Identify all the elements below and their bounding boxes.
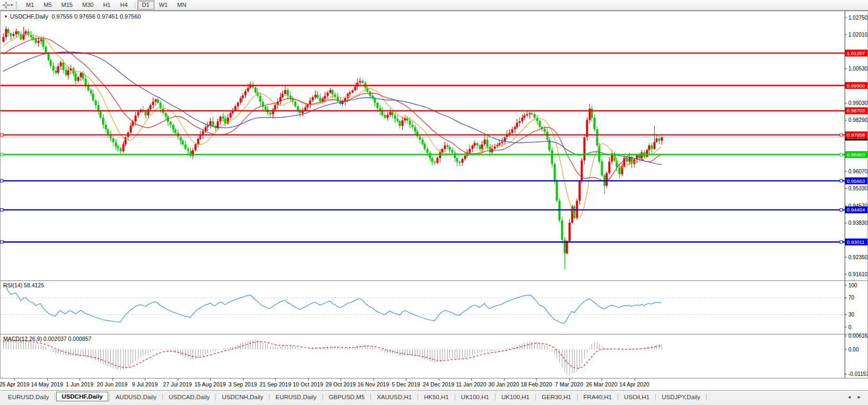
toolbar-separator [135, 2, 135, 8]
timeframe-button-M1[interactable]: M1 [21, 1, 39, 10]
timeframe-button-M5[interactable]: M5 [39, 1, 56, 10]
mt4-chart-window: 1.027501.020101.005300.990300.982900.960… [0, 0, 868, 405]
time-axis-label: 16 Nov 2019 [358, 381, 389, 388]
svg-text:70: 70 [848, 295, 855, 301]
chart-tab-audusd-daily[interactable]: AUDUSD,Daily [111, 392, 161, 402]
chart-title-symbol: USDCHF,Daily [10, 13, 48, 20]
chart-tab-usdjpy-daily[interactable]: USDJPY,Daily [657, 392, 705, 402]
svg-text:0.93830: 0.93830 [848, 220, 868, 226]
svg-text:-0.011531: -0.011531 [848, 371, 868, 377]
chart-title: ▼USDCHF,Daily 0.97555 0.97656 0.97451 0.… [4, 13, 141, 20]
chart-tab-eurusd-daily[interactable]: EURUSD,Daily [271, 392, 321, 402]
time-axis-tick [243, 378, 244, 381]
tool-dropdown-icon[interactable]: ▾ [11, 3, 13, 7]
chart-tab-hk50-h1[interactable]: HK50,H1 [419, 392, 454, 402]
tabs-scroll-right-icon[interactable]: ► [857, 394, 862, 400]
timeframe-button-M15[interactable]: M15 [57, 1, 77, 10]
tab-separator [109, 394, 110, 401]
tabs-scroll-left-icon[interactable]: ◄ [847, 394, 852, 400]
chart-tab-xauusd-h1[interactable]: XAUUSD,H1 [372, 392, 416, 402]
time-axis-tick [602, 378, 602, 381]
crosshair-tool-icon[interactable] [2, 2, 10, 9]
time-axis-label: 1 Jun 2019 [66, 381, 93, 388]
chart-tab-ger30-h1[interactable]: GER30,H1 [537, 392, 576, 402]
svg-text:0.99030: 0.99030 [848, 100, 868, 106]
svg-text:100: 100 [848, 283, 857, 288]
rsi-label: RSI(14) 58.4125 [3, 282, 44, 288]
chart-tab-eurusd-daily[interactable]: EURUSD,Daily [3, 392, 54, 402]
tab-separator [455, 394, 455, 401]
time-axis-tick [374, 378, 374, 381]
time-axis-tick [635, 378, 635, 381]
time-axis[interactable]: 25 Apr 201914 May 20191 Jun 201920 Jun 2… [0, 378, 868, 390]
svg-text:0.94404: 0.94404 [847, 207, 865, 213]
svg-text:0.95663: 0.95663 [847, 178, 865, 184]
time-axis-tick [14, 378, 15, 381]
chart-tab-usdcnh-daily[interactable]: USDCNH,Daily [217, 392, 268, 402]
time-axis-tick [145, 378, 145, 381]
tabs-scroll-arrows: ◄ ► [847, 394, 868, 400]
time-axis-label: 21 Sep 2019 [259, 381, 291, 388]
tab-separator [577, 394, 578, 401]
time-axis-tick [439, 378, 439, 381]
svg-text:0.95330: 0.95330 [848, 186, 868, 191]
time-axis-label: 3 Sep 2019 [229, 381, 257, 388]
tab-separator [323, 394, 323, 401]
time-axis-tick [275, 378, 276, 381]
chart-tab-usdcad-daily[interactable]: USDCAD,Daily [164, 392, 214, 402]
svg-text:0.96070: 0.96070 [848, 169, 868, 174]
time-axis-tick [569, 378, 570, 381]
symbol-dropdown-icon[interactable]: ▼ [4, 14, 8, 19]
tab-separator [418, 394, 418, 401]
time-axis-label: 27 Jul 2019 [163, 381, 192, 388]
svg-text:0.98703: 0.98703 [847, 108, 865, 113]
svg-text:1.00530: 1.00530 [848, 66, 868, 72]
time-axis-label: 5 Dec 2019 [392, 381, 420, 388]
time-axis-label: 9 Jul 2019 [132, 381, 158, 388]
svg-text:0.92350: 0.92350 [848, 254, 868, 260]
price-chart-canvas[interactable]: 1.027501.020101.005300.990300.982900.960… [0, 0, 868, 378]
time-axis-label: 26 Mar 2020 [586, 381, 618, 388]
time-axis-label: 20 Jun 2019 [97, 381, 128, 388]
time-axis-tick [406, 378, 406, 381]
tab-separator [495, 394, 496, 401]
tab-separator [706, 394, 707, 401]
tab-separator [535, 394, 536, 401]
time-axis-tick [308, 378, 309, 381]
timeframe-toolbar: ▾ M1M5M15M30H1H4D1W1MN [0, 0, 868, 11]
svg-text:0.97658: 0.97658 [847, 132, 865, 138]
chart-tab-gbpusd-m5[interactable]: GBPUSD,M5 [324, 392, 370, 402]
time-axis-label: 29 Oct 2019 [325, 381, 355, 388]
time-axis-label: 18 Feb 2020 [521, 381, 552, 388]
svg-text:1.02010: 1.02010 [848, 32, 868, 38]
timeframe-button-H4[interactable]: H4 [115, 1, 132, 10]
time-axis-tick [178, 378, 178, 381]
chart-tab-fra40-h1[interactable]: FRA40,H1 [579, 392, 617, 402]
toolbar-grip[interactable] [16, 2, 18, 8]
timeframe-button-M30[interactable]: M30 [77, 1, 98, 10]
chart-tab-uk100-h1[interactable]: UK100,H1 [497, 392, 534, 402]
tab-separator [215, 394, 216, 401]
chart-tab-usoil-h1[interactable]: USOil,H1 [619, 392, 654, 402]
svg-text:0.91610: 0.91610 [848, 271, 868, 277]
timeframe-button-H1[interactable]: H1 [98, 1, 115, 10]
time-axis-label: 14 Apr 2020 [619, 381, 649, 388]
tab-separator [55, 394, 55, 401]
svg-text:1.01207: 1.01207 [847, 50, 865, 56]
svg-text:0.93011: 0.93011 [847, 239, 865, 245]
chart-tab-uk100-h1[interactable]: UK100,H1 [456, 392, 494, 402]
timeframe-button-D1[interactable]: D1 [137, 1, 154, 10]
svg-text:0.00: 0.00 [848, 347, 859, 353]
tab-separator [618, 394, 618, 401]
chart-tab-usdchf-daily[interactable]: USDCHF,Daily [56, 392, 108, 401]
chart-title-ohlc: 0.97555 0.97656 0.97451 0.97560 [51, 13, 141, 20]
tab-separator [655, 394, 656, 401]
time-axis-label: 24 Dec 2019 [423, 381, 455, 388]
time-axis-tick [112, 378, 113, 381]
svg-text:0.99800: 0.99800 [847, 83, 865, 89]
time-axis-tick [341, 378, 341, 381]
tab-separator [370, 394, 371, 401]
timeframe-button-W1[interactable]: W1 [154, 1, 173, 10]
timeframe-button-MN[interactable]: MN [172, 1, 191, 10]
time-axis-label: 14 May 2019 [31, 381, 63, 388]
